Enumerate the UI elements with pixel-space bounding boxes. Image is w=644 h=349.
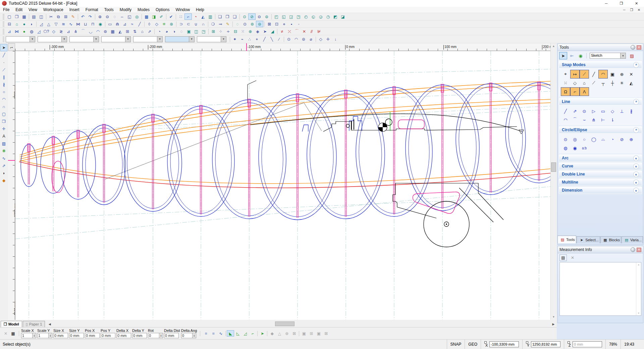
- field-input[interactable]: [164, 333, 179, 338]
- toolbar-icon[interactable]: ⊿: [121, 21, 128, 27]
- toolbar-icon[interactable]: ⋒: [114, 21, 121, 27]
- property-icon[interactable]: ╱: [261, 36, 268, 42]
- ellipse-rotated-icon[interactable]: ◉: [570, 144, 580, 152]
- close-button[interactable]: ✕: [629, 0, 644, 7]
- snap-angle-icon[interactable]: Λ: [580, 87, 589, 96]
- toolbar-icon[interactable]: ▦: [20, 13, 28, 20]
- toolbar-icon[interactable]: ⋄: [280, 21, 288, 27]
- inspector-icon[interactable]: ⊕: [283, 330, 290, 337]
- toolbar-icon[interactable]: ≷: [57, 28, 65, 35]
- line-orthogonal-icon[interactable]: ⊢: [598, 115, 608, 124]
- snap-arc-center-icon[interactable]: ◠: [598, 70, 608, 79]
- section-header-circle-ellipse[interactable]: Circle/Ellipse»: [559, 126, 642, 134]
- expand-chevron-icon[interactable]: »: [633, 163, 639, 169]
- wing-root-detail[interactable]: [302, 125, 308, 132]
- toolbar-icon[interactable]: ⊜: [256, 21, 263, 27]
- inspector-icon[interactable]: ∿: [217, 330, 224, 337]
- toolbar-icon[interactable]: ◱: [280, 13, 287, 20]
- toolbar-icon[interactable]: ↷: [87, 13, 94, 20]
- inspector-icon[interactable]: ◣: [227, 330, 234, 337]
- toolbar-icon[interactable]: ⊞: [124, 28, 131, 35]
- collapse-chevron-icon[interactable]: »: [633, 127, 639, 133]
- section-header-snap-modes[interactable]: Snap Modes»: [559, 61, 642, 68]
- scroll-right-arrow[interactable]: ▶: [551, 321, 556, 327]
- property-icon[interactable]: ⌁: [238, 36, 246, 42]
- menu-file[interactable]: File: [0, 7, 12, 13]
- line-tangent-from-arc-icon[interactable]: ⌒: [570, 115, 580, 124]
- toolbar-icon[interactable]: ✐: [158, 13, 165, 20]
- property-icon[interactable]: ◇: [317, 36, 324, 42]
- nose-former[interactable]: [52, 161, 64, 193]
- toolbar-icon[interactable]: ✕: [301, 28, 308, 35]
- toolbar-icon[interactable]: ◗: [28, 21, 35, 27]
- inspector-icon[interactable]: ⊠: [322, 330, 330, 337]
- coordinate-x[interactable]: X -100,3309 mm: [481, 340, 522, 349]
- toolbar-icon[interactable]: ▣: [185, 28, 193, 35]
- inspector-icon[interactable]: ⊞: [308, 330, 315, 337]
- palette-tab-select[interactable]: ➤Select...: [577, 236, 600, 243]
- toolbar-icon[interactable]: ◭: [116, 28, 124, 35]
- vertical-scroll-thumb[interactable]: [551, 162, 556, 172]
- drawing-tool[interactable]: ⇗: [0, 162, 7, 169]
- inspector-icon[interactable]: △: [276, 330, 283, 337]
- property-combo-6[interactable]: ▼: [165, 36, 195, 42]
- toolbar-icon[interactable]: ⊛: [168, 21, 175, 27]
- drawing-canvas[interactable]: [15, 51, 550, 320]
- drawing-tool[interactable]: ∿: [0, 155, 7, 162]
- drawing-tool[interactable]: A: [0, 133, 7, 140]
- snap-horizontal-mid-icon[interactable]: ┼: [608, 79, 617, 87]
- toolbar-icon[interactable]: ◍: [28, 28, 35, 35]
- toolbar-icon[interactable]: ◴: [302, 13, 310, 20]
- menu-tools[interactable]: Tools: [101, 7, 117, 13]
- snap-quadrant-icon[interactable]: ▣: [608, 70, 617, 79]
- drawing-tool[interactable]: ·: [0, 59, 7, 66]
- mdi-close-button[interactable]: ✕: [635, 8, 643, 12]
- toolbar-icon[interactable]: ◩: [332, 13, 339, 20]
- toolbar-icon[interactable]: ◉: [97, 21, 104, 27]
- toolbar-icon[interactable]: ⋔: [72, 28, 79, 35]
- toolbar-icon[interactable]: ◱: [126, 13, 133, 20]
- toolbar-icon[interactable]: ◦: [295, 21, 303, 27]
- horizontal-scroll-thumb[interactable]: [275, 321, 294, 326]
- drawing-tool[interactable]: ◗: [0, 169, 7, 177]
- line-rotated-rectangle-icon[interactable]: ◇: [608, 107, 617, 115]
- scroll-down-arrow[interactable]: ▼: [636, 312, 641, 315]
- toolbar-icon[interactable]: △: [45, 21, 52, 27]
- expand-chevron-icon[interactable]: »: [633, 155, 639, 161]
- toolbar-icon[interactable]: ●: [20, 21, 28, 27]
- menu-workspace[interactable]: Workspace: [40, 7, 66, 13]
- toolbar-icon[interactable]: ⊔: [82, 21, 89, 27]
- toolbar-icon[interactable]: ▤: [30, 13, 38, 20]
- section-header-double-line[interactable]: Double Line»: [559, 170, 642, 178]
- fuselage-outline[interactable]: [323, 121, 517, 132]
- chevron-down-icon[interactable]: ▼: [221, 37, 226, 42]
- line-tangent-to-arc-icon[interactable]: ◠: [561, 115, 570, 124]
- sheet-tab-model[interactable]: ❒Model: [1, 321, 22, 327]
- chevron-down-icon[interactable]: ▼: [620, 53, 626, 58]
- inspector-icon[interactable]: ⌗: [202, 330, 210, 337]
- toolbar-icon[interactable]: ◡: [87, 28, 94, 35]
- inspector-icon[interactable]: ◿: [241, 330, 249, 337]
- toolbar-icon[interactable]: ⊚: [102, 28, 109, 35]
- toolbar-icon[interactable]: ⊙: [241, 21, 249, 27]
- property-combo-3[interactable]: ▼: [69, 36, 99, 42]
- palette-tool[interactable]: ➤: [559, 52, 567, 59]
- palette-tab-icon[interactable]: ▨: [560, 237, 565, 242]
- circle-tangent-line-icon[interactable]: ⌓: [598, 135, 608, 144]
- chevron-down-icon[interactable]: ▼: [189, 37, 194, 42]
- toolbar-icon[interactable]: ⊿: [65, 28, 72, 35]
- property-icon[interactable]: ⊙: [285, 36, 292, 42]
- inspector-icon[interactable]: ◺: [234, 330, 241, 337]
- toolbar-icon[interactable]: ✎: [69, 13, 77, 20]
- property-icon[interactable]: ↓: [332, 36, 339, 42]
- field-input[interactable]: [69, 333, 84, 338]
- toolbar-icon[interactable]: ◕: [163, 28, 170, 35]
- line-rectangle-icon[interactable]: ▭: [598, 107, 608, 115]
- toolbar-icon[interactable]: ⊠: [266, 21, 273, 27]
- drawing-tool[interactable]: ▢: [0, 110, 7, 118]
- snap-toggle[interactable]: SNAP: [447, 340, 465, 349]
- menu-format[interactable]: Format: [83, 7, 101, 13]
- horizontal-ruler[interactable]: -300 mm-200 mm-100 mm0 mm100 mm200 mm: [15, 43, 556, 51]
- toolbar-icon[interactable]: ◊: [146, 21, 153, 27]
- toolbar-icon[interactable]: ⁘: [217, 28, 224, 35]
